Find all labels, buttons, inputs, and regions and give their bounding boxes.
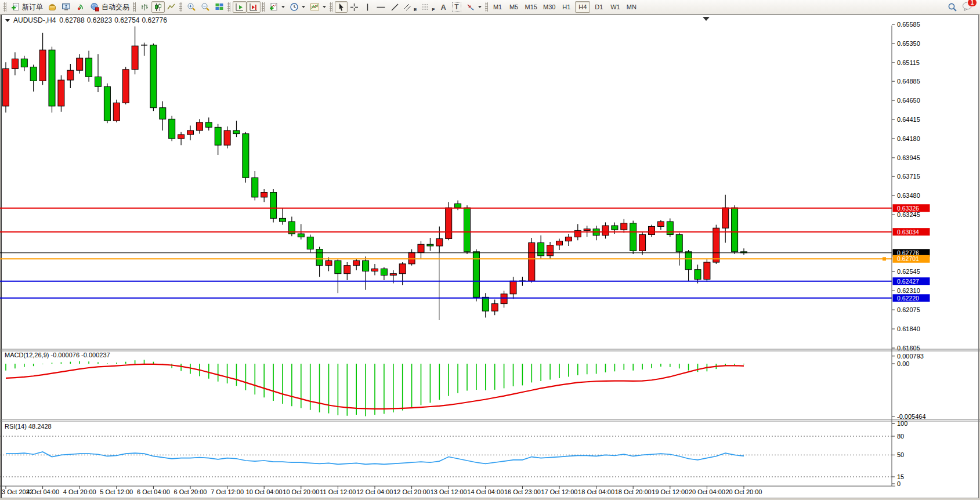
timeframe-button-m15[interactable]: M15 bbox=[523, 1, 540, 13]
signals-button[interactable] bbox=[74, 1, 88, 13]
cursor-icon bbox=[337, 3, 345, 12]
indicators-button[interactable] bbox=[267, 1, 287, 13]
chart-shift-button[interactable] bbox=[247, 1, 261, 13]
market-button[interactable] bbox=[45, 1, 59, 13]
arrows-icon bbox=[466, 3, 475, 12]
chart-titlebar[interactable]: AUDUSD-,H4 0.62788 0.62823 0.62754 0.627… bbox=[2, 16, 978, 25]
timeframe-button-m30[interactable]: M30 bbox=[541, 1, 558, 13]
chart-shift-icon bbox=[249, 3, 258, 12]
chevron-down-icon bbox=[281, 6, 285, 8]
bar-chart-button[interactable] bbox=[138, 1, 151, 13]
equidistant-channel-button[interactable]: E bbox=[402, 1, 419, 13]
terminal-icon bbox=[62, 2, 71, 12]
fibonacci-glyph: F bbox=[432, 7, 435, 12]
tile-windows-button[interactable] bbox=[212, 1, 226, 13]
window-menu-icon[interactable] bbox=[5, 19, 10, 22]
autotrading-icon bbox=[90, 2, 100, 12]
vertical-line-icon bbox=[364, 3, 371, 12]
text-label-icon: T bbox=[452, 2, 461, 12]
ohlc-low: 0.62754 bbox=[114, 16, 139, 24]
arrows-button[interactable] bbox=[464, 1, 484, 13]
ohlc-open: 0.62788 bbox=[59, 16, 84, 24]
autotrading-label: 自动交易 bbox=[102, 2, 129, 12]
toolbar-grip[interactable] bbox=[262, 2, 265, 12]
terminal-button[interactable] bbox=[59, 1, 74, 13]
new-order-button[interactable]: 新订单 bbox=[9, 1, 45, 13]
timeframe-button-m5[interactable]: M5 bbox=[507, 1, 522, 13]
auto-scroll-button[interactable] bbox=[233, 1, 247, 13]
zoom-out-icon bbox=[201, 2, 210, 12]
line-chart-button[interactable] bbox=[165, 1, 178, 13]
fibonacci-icon bbox=[421, 3, 430, 12]
notification-badge: 1 bbox=[967, 0, 977, 7]
clock-icon bbox=[290, 2, 299, 12]
horizontal-line-icon bbox=[376, 3, 386, 12]
candlestick-chart-icon bbox=[154, 3, 162, 12]
tile-windows-icon bbox=[215, 2, 224, 12]
search-icon[interactable] bbox=[948, 2, 957, 12]
ohlc-close: 0.62776 bbox=[142, 16, 167, 24]
market-icon bbox=[48, 2, 57, 12]
zoom-out-button[interactable] bbox=[198, 1, 212, 13]
cursor-button[interactable] bbox=[335, 1, 348, 13]
trading-terminal: { "toolbar": { "new_order": "新订单", "auto… bbox=[0, 0, 980, 500]
bar-chart-icon bbox=[140, 3, 149, 12]
equidistant-channel-icon bbox=[404, 3, 412, 12]
toolbar-grip[interactable] bbox=[330, 2, 332, 12]
crosshair-icon bbox=[350, 3, 359, 12]
chevron-down-icon bbox=[302, 6, 305, 8]
timeframe-button-m1[interactable]: M1 bbox=[490, 1, 505, 13]
templates-button[interactable] bbox=[308, 1, 328, 13]
toolbar-grip[interactable] bbox=[485, 2, 488, 12]
template-icon bbox=[310, 2, 320, 12]
timeframe-group: M1M5M15M30H1H4D1W1MN bbox=[490, 1, 639, 13]
symbol-period-label: AUDUSD-,H4 bbox=[13, 16, 56, 24]
crosshair-button[interactable] bbox=[348, 1, 361, 13]
timeframe-button-mn[interactable]: MN bbox=[624, 1, 639, 13]
timeframe-button-h4[interactable]: H4 bbox=[575, 1, 590, 13]
chevron-down-icon bbox=[478, 6, 482, 8]
chart-window bbox=[1, 15, 979, 498]
chevron-down-icon bbox=[323, 6, 326, 8]
toolbar-grip[interactable] bbox=[133, 2, 136, 12]
trendline-icon bbox=[390, 3, 399, 12]
periods-button[interactable] bbox=[287, 1, 308, 13]
fibonacci-button[interactable]: F bbox=[419, 1, 437, 13]
new-order-label: 新订单 bbox=[22, 2, 43, 12]
horizontal-line-button[interactable] bbox=[374, 1, 388, 13]
vertical-line-button[interactable] bbox=[361, 1, 374, 13]
candlestick-chart-button[interactable] bbox=[151, 1, 165, 13]
zoom-in-button[interactable] bbox=[185, 1, 198, 13]
toolbar-grip[interactable] bbox=[3, 2, 6, 12]
text-button[interactable]: A bbox=[437, 1, 450, 13]
timeframe-button-d1[interactable]: D1 bbox=[591, 1, 606, 13]
main-toolbar: 新订单 自动交易 bbox=[0, 0, 980, 15]
timeframe-button-w1[interactable]: W1 bbox=[607, 1, 623, 13]
signals-icon bbox=[76, 2, 85, 12]
text-icon: A bbox=[441, 3, 446, 12]
line-chart-icon bbox=[167, 3, 176, 12]
text-label-button[interactable]: T bbox=[450, 1, 463, 13]
notifications-button[interactable]: 1 bbox=[962, 1, 973, 13]
ohlc-high: 0.62823 bbox=[87, 16, 112, 24]
toolbar-grip[interactable] bbox=[179, 2, 182, 12]
channel-glyph: E bbox=[414, 7, 417, 12]
autotrading-button[interactable]: 自动交易 bbox=[88, 1, 132, 13]
indicators-icon bbox=[269, 2, 279, 12]
toolbar-grip[interactable] bbox=[227, 2, 230, 12]
timeframe-button-h1[interactable]: H1 bbox=[559, 1, 574, 13]
trendline-button[interactable] bbox=[388, 1, 402, 13]
zoom-in-icon bbox=[187, 2, 196, 12]
auto-scroll-icon bbox=[235, 3, 244, 12]
new-order-icon bbox=[11, 2, 20, 12]
